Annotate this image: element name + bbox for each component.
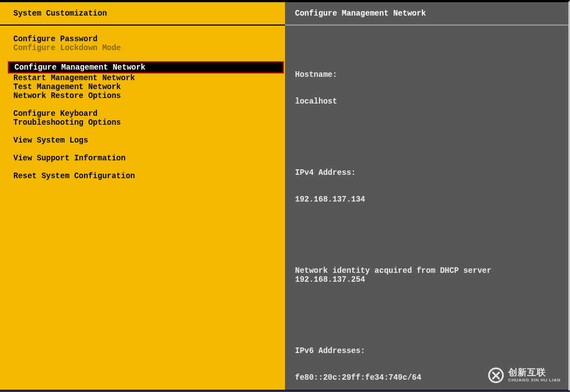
watermark-text-small: CHUANG XIN HU LIAN — [508, 378, 561, 383]
hostname-label: Hostname: — [295, 70, 558, 79]
watermark: 创新互联 CHUANG XIN HU LIAN — [488, 367, 561, 383]
left-panel: System Customization Configure PasswordC… — [0, 0, 285, 392]
ipv4-label: IPv4 Address: — [295, 168, 558, 177]
menu-list: Configure PasswordConfigure Lockdown Mod… — [0, 26, 285, 180]
menu-group: Configure Management NetworkRestart Mana… — [13, 61, 272, 100]
menu-item[interactable]: View Support Information — [13, 154, 272, 163]
detail-body: Hostname: localhost IPv4 Address: 192.16… — [285, 26, 568, 392]
left-panel-title: System Customization — [13, 9, 107, 18]
ipv4-value: 192.168.137.134 — [295, 195, 558, 204]
hostname-value: localhost — [295, 97, 558, 106]
menu-group: Configure KeyboardTroubleshooting Option… — [13, 109, 272, 127]
menu-group: Reset System Configuration — [13, 171, 272, 180]
menu-group: Configure PasswordConfigure Lockdown Mod… — [13, 35, 272, 52]
menu-group: View Support Information — [13, 154, 272, 163]
menu-item-selected[interactable]: Configure Management Network — [8, 61, 284, 74]
menu-group: View System Logs — [13, 136, 272, 145]
menu-item[interactable]: Configure Lockdown Mode — [13, 43, 272, 52]
menu-item-label: Configure Management Network — [9, 62, 283, 72]
watermark-logo-icon — [488, 367, 504, 383]
menu-item[interactable]: View System Logs — [13, 136, 272, 145]
menu-item[interactable]: Test Management Network — [13, 82, 272, 91]
menu-item[interactable]: Configure Password — [13, 35, 272, 43]
ipv6-label: IPv6 Addresses: — [295, 346, 558, 355]
menu-item[interactable]: Network Restore Options — [13, 91, 272, 100]
menu-item[interactable]: Restart Management Network — [13, 74, 272, 82]
right-panel-title: Configure Management Network — [295, 9, 426, 18]
right-panel: Configure Management Network Hostname: l… — [285, 0, 570, 392]
watermark-text-big: 创新互联 — [508, 368, 561, 377]
menu-item[interactable]: Troubleshooting Options — [13, 118, 272, 127]
menu-item[interactable]: Configure Keyboard — [13, 109, 272, 118]
dhcp-line: Network identity acquired from DHCP serv… — [295, 266, 558, 284]
menu-item[interactable]: Reset System Configuration — [13, 171, 272, 180]
